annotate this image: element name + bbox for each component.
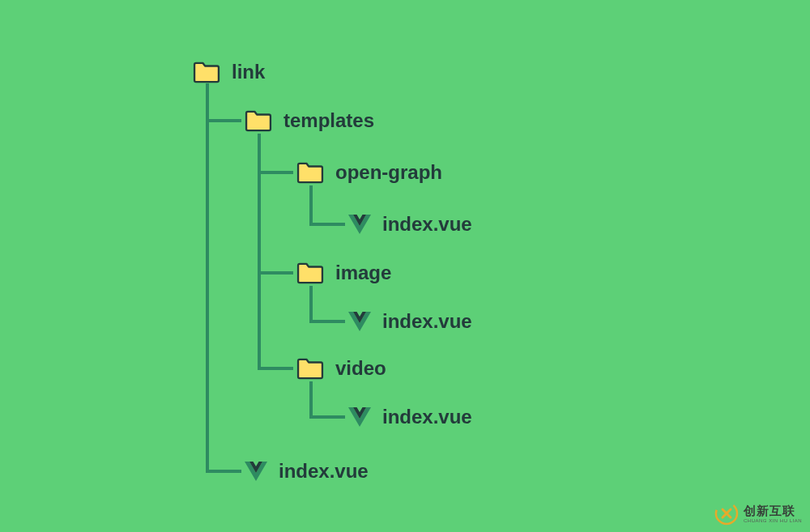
- folder-label: image: [335, 262, 391, 284]
- folder-label: open-graph: [335, 161, 442, 184]
- vue-icon: [348, 214, 371, 235]
- folder-icon: [296, 262, 324, 284]
- folder-label: link: [232, 61, 265, 83]
- vue-icon: [245, 461, 267, 482]
- file-label: index.vue: [382, 213, 472, 236]
- file-label: index.vue: [382, 406, 472, 428]
- file-label: index.vue: [279, 460, 369, 483]
- file-open-graph-index: index.vue: [348, 213, 472, 236]
- file-image-index: index.vue: [348, 310, 472, 333]
- watermark-logo-icon: [714, 501, 739, 526]
- folder-video: video: [296, 357, 386, 380]
- folder-link: link: [193, 61, 265, 83]
- watermark: 创新互联 CHUANG XIN HU LIAN: [714, 501, 802, 526]
- folder-label: video: [335, 357, 386, 380]
- watermark-text-en: CHUANG XIN HU LIAN: [744, 518, 802, 523]
- folder-templates: templates: [245, 109, 374, 132]
- folder-open-graph: open-graph: [296, 161, 442, 184]
- vue-icon: [348, 406, 371, 428]
- file-video-index: index.vue: [348, 406, 472, 428]
- folder-icon: [245, 109, 272, 132]
- folder-icon: [193, 61, 220, 83]
- file-label: index.vue: [382, 310, 472, 333]
- folder-icon: [296, 161, 324, 184]
- folder-icon: [296, 357, 324, 380]
- file-root-index: index.vue: [245, 460, 369, 483]
- watermark-text-cn: 创新互联: [744, 504, 802, 517]
- folder-label: templates: [284, 109, 374, 132]
- folder-image: image: [296, 262, 391, 284]
- vue-icon: [348, 311, 371, 332]
